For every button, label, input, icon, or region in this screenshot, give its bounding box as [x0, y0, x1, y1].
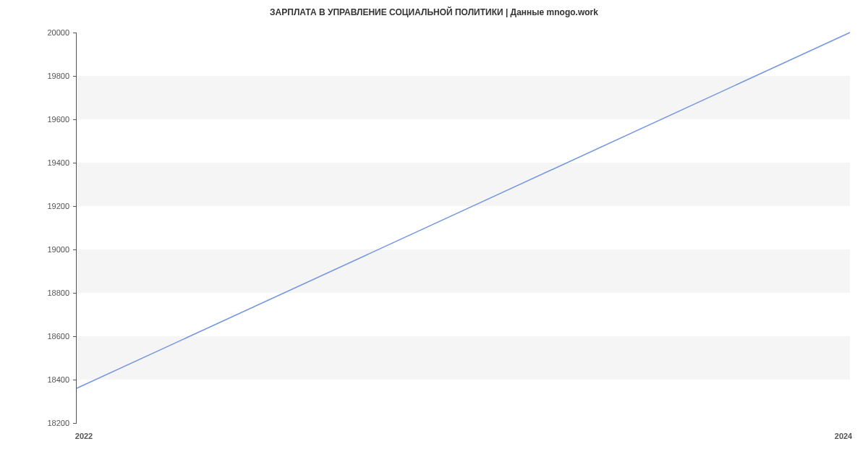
y-tick-label: 18800	[47, 289, 77, 297]
y-tick-mark	[73, 76, 77, 77]
y-tick-label: 18600	[47, 332, 77, 341]
svg-line-0	[77, 33, 850, 388]
y-tick-mark	[73, 33, 77, 33]
x-tick-label: 2022	[75, 423, 93, 440]
y-tick-mark	[73, 119, 77, 120]
y-tick-label: 18200	[47, 419, 77, 427]
y-tick-label: 19000	[47, 245, 77, 254]
y-tick-label: 19200	[47, 202, 77, 210]
y-tick-label: 19600	[47, 115, 77, 124]
chart-container: ЗАРПЛАТА В УПРАВЛЕНИЕ СОЦИАЛЬНОЙ ПОЛИТИК…	[0, 0, 868, 470]
x-tick-label: 2024	[835, 423, 852, 440]
y-tick-mark	[73, 206, 77, 207]
line-series	[77, 33, 850, 423]
plot-area: 1820018400186001880019000192001940019600…	[76, 33, 850, 423]
y-tick-mark	[73, 293, 77, 294]
y-tick-label: 20000	[47, 28, 77, 37]
y-tick-label: 18400	[47, 375, 77, 384]
y-tick-label: 19400	[47, 158, 77, 167]
y-tick-mark	[73, 163, 77, 163]
chart-title: ЗАРПЛАТА В УПРАВЛЕНИЕ СОЦИАЛЬНОЙ ПОЛИТИК…	[0, 0, 868, 21]
y-tick-mark	[73, 336, 77, 337]
y-tick-label: 19800	[47, 72, 77, 80]
y-tick-mark	[73, 249, 77, 250]
y-tick-mark	[73, 380, 77, 380]
